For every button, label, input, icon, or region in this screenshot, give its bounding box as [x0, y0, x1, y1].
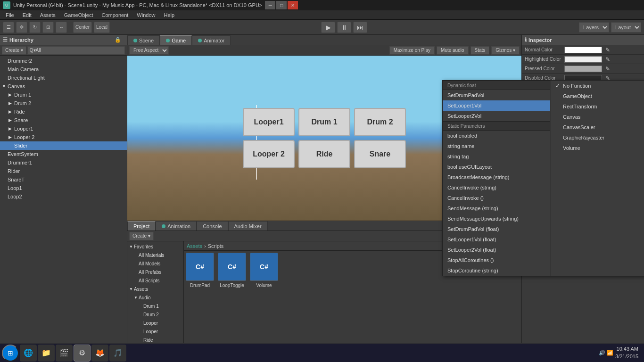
taskbar-firefox-icon[interactable]: 🦊 [91, 345, 108, 362]
hierarchy-item-loop1[interactable]: Loop1 [0, 184, 127, 192]
project-tree-item-all-models[interactable]: All Models [127, 259, 183, 268]
dropdown-item-setlooper2vol[interactable]: SetLooper2Vol [443, 111, 550, 121]
asset-item-drumpad[interactable]: C#DrumPad [186, 253, 214, 288]
hand-tool-button[interactable]: ☰ [3, 22, 14, 33]
dropdown-right-item-canvas[interactable]: Canvas▶ [551, 112, 644, 122]
menu-edit[interactable]: Edit [19, 12, 35, 18]
asset-item-looptoggle[interactable]: C#LoopToggle [218, 253, 246, 288]
hierarchy-item-ride[interactable]: ▶Ride [0, 107, 127, 116]
rotate-tool-button[interactable]: ↻ [29, 22, 41, 33]
menu-window[interactable]: Window [133, 12, 159, 18]
dropdown-item-setlooper1vol[interactable]: SetLooper1Vol [443, 100, 550, 111]
hierarchy-item-looper1[interactable]: ▶Looper1 [0, 124, 127, 133]
tab-console[interactable]: Console [197, 221, 228, 230]
aspect-dropdown[interactable]: Free Aspect [129, 46, 169, 55]
maximize-button[interactable]: □ [276, 1, 287, 9]
dropdown-item-string-tag[interactable]: string tag [443, 151, 550, 162]
project-create-button[interactable]: Create ▾ [129, 232, 154, 240]
game-button-drum-2[interactable]: Drum 2 [354, 108, 406, 136]
hierarchy-item-snaret[interactable]: SnareT [0, 175, 127, 184]
hierarchy-item-main-camera[interactable]: Main Camera [0, 65, 127, 74]
dropdown-right-item-gameobject[interactable]: GameObject▶ [551, 91, 644, 101]
dropdown-right-item-graphicraycaster[interactable]: GraphicRaycaster▶ [551, 132, 644, 143]
local-button[interactable]: Local [94, 22, 110, 33]
game-button-looper-2[interactable]: Looper 2 [243, 140, 295, 168]
hierarchy-item-eventsystem[interactable]: EventSystem [0, 150, 127, 158]
project-tree-item-drum-2[interactable]: Drum 2 [127, 310, 183, 319]
pressed-color-picker[interactable]: ✎ [604, 65, 611, 73]
dropdown-item-cancelinvoke---[interactable]: CancelInvoke () [443, 193, 550, 203]
project-tree-item-drum-1[interactable]: Drum 1 [127, 302, 183, 310]
menu-assets[interactable]: Assets [36, 12, 59, 18]
dropdown-item-stopallcoroutines---[interactable]: StopAllCoroutines () [443, 255, 550, 265]
tab-game[interactable]: Game [160, 35, 192, 45]
hierarchy-item-loop2[interactable]: Loop2 [0, 192, 127, 201]
highlighted-color-picker[interactable]: ✎ [604, 56, 611, 63]
dropdown-item-sendmessageupwards--string-[interactable]: SendMessageUpwards (string) [443, 214, 550, 224]
tab-project[interactable]: Project [127, 221, 156, 230]
dropdown-right-item-recttransform[interactable]: RectTransform▶ [551, 101, 644, 112]
menu-file[interactable]: File [2, 12, 18, 18]
project-tree-item-audio[interactable]: ▼Audio [127, 293, 183, 302]
dropdown-item-bool-enabled[interactable]: bool enabled [443, 131, 550, 141]
layers-dropdown[interactable]: Layers [579, 22, 609, 33]
taskbar-folder-icon[interactable]: 📁 [38, 345, 55, 362]
dropdown-item-setlooper1vol--float-[interactable]: SetLooper1Vol (float) [443, 234, 550, 245]
hierarchy-item-looper-2[interactable]: ▶Looper 2 [0, 133, 127, 141]
hierarchy-item-drummer2[interactable]: Drummer2 [0, 57, 127, 65]
rect-tool-button[interactable]: ↔ [56, 22, 67, 33]
dropdown-item-broadcastmessage--string-[interactable]: BroadcastMessage (string) [443, 172, 550, 182]
stats-button[interactable]: Stats [471, 46, 490, 55]
dropdown-item-setdrumpadvol[interactable]: SetDrumPadVol [443, 90, 550, 100]
start-button[interactable]: ⊞ [2, 345, 19, 362]
pause-button[interactable]: ⏸ [337, 22, 351, 33]
hierarchy-item-rider[interactable]: Rider [0, 167, 127, 175]
project-tree-item-looper[interactable]: Looper [127, 319, 183, 327]
dropdown-item-bool-useguilayout[interactable]: bool useGUILayout [443, 162, 550, 172]
tab-animator[interactable]: Animator [192, 35, 231, 45]
dropdown-item-setdrumpadvol--float-[interactable]: SetDrumPadVol (float) [443, 224, 550, 234]
game-button-snare[interactable]: Snare [354, 140, 406, 168]
menu-component[interactable]: Component [98, 12, 132, 18]
project-tree-item-all-materials[interactable]: All Materials [127, 251, 183, 259]
tab-scene[interactable]: Scene [127, 35, 160, 45]
hierarchy-item-canvas[interactable]: ▼Canvas [0, 82, 127, 90]
hierarchy-create-button[interactable]: Create ▾ [2, 46, 26, 55]
hierarchy-item-drum-1[interactable]: ▶Drum 1 [0, 90, 127, 99]
dropdown-right-item-volume[interactable]: Volume▶ [551, 143, 644, 153]
taskbar-media-icon[interactable]: 🎬 [56, 345, 73, 362]
hierarchy-item-slider[interactable]: Slider [0, 141, 127, 150]
minimize-button[interactable]: ─ [265, 1, 275, 9]
project-tree-item-favorites[interactable]: ▼Favorites [127, 242, 183, 251]
step-button[interactable]: ⏭ [353, 22, 367, 33]
normal-color-picker[interactable]: ✎ [604, 46, 611, 54]
move-tool-button[interactable]: ✥ [16, 22, 27, 33]
tab-animation[interactable]: Animation [156, 221, 197, 230]
dropdown-item-stopcoroutine--string-[interactable]: StopCoroutine (string) [443, 265, 550, 276]
pressed-color-swatch[interactable] [564, 66, 602, 72]
menu-gameobject[interactable]: GameObject [60, 12, 97, 18]
game-button-looper1[interactable]: Looper1 [243, 108, 295, 136]
hierarchy-item-drum-2[interactable]: ▶Drum 2 [0, 99, 127, 107]
menu-help[interactable]: Help [160, 12, 178, 18]
hierarchy-item-snare[interactable]: ▶Snare [0, 116, 127, 124]
close-button[interactable]: ✕ [288, 1, 298, 9]
project-tree-item-ride[interactable]: Ride [127, 336, 183, 343]
game-button-drum-1[interactable]: Drum 1 [298, 108, 350, 136]
gizmos-button[interactable]: Gizmos ▾ [491, 46, 520, 55]
breadcrumb-assets[interactable]: Assets [187, 243, 202, 249]
dropdown-item-sendmessage--string-[interactable]: SendMessage (string) [443, 203, 550, 214]
project-tree-item-looper[interactable]: Looper [127, 327, 183, 336]
center-button[interactable]: Center [73, 22, 92, 33]
hierarchy-lock-icon[interactable]: 🔒 [112, 37, 124, 43]
game-button-ride[interactable]: Ride [298, 140, 350, 168]
project-tree-item-all-scripts[interactable]: All Scripts [127, 276, 183, 285]
dropdown-item-string-name[interactable]: string name [443, 141, 550, 151]
taskbar-unity-icon[interactable]: ⚙ [74, 345, 91, 362]
highlighted-color-swatch[interactable] [564, 56, 602, 63]
layout-dropdown[interactable]: Layout [611, 22, 641, 33]
dropdown-item-setlooper2vol--float-[interactable]: SetLooper2Vol (float) [443, 245, 550, 255]
taskbar-ie-icon[interactable]: 🌐 [20, 345, 37, 362]
tab-audio-mixer[interactable]: Audio Mixer [228, 221, 268, 230]
dropdown-right-item-no-function[interactable]: ✓No Function [551, 81, 644, 91]
